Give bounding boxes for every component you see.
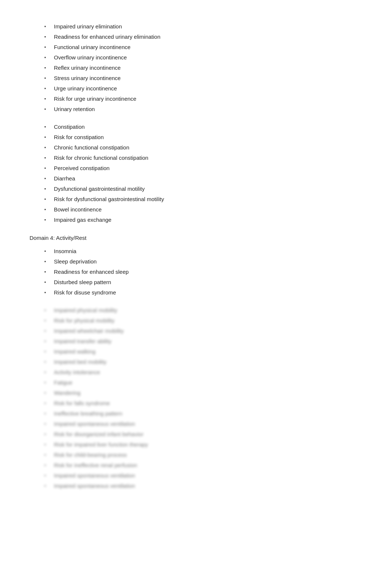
item-text: Risk for dysfunctional gastrointestinal … — [54, 195, 362, 204]
item-text: Impaired transfer ability — [54, 337, 362, 346]
bullet-icon: ▪ — [44, 175, 51, 183]
item-text: Bowel incontinence — [54, 205, 362, 214]
bullet-icon: ▪ — [44, 400, 51, 407]
item-text: Readiness for enhanced sleep — [54, 268, 362, 276]
activity-list-section: ▪Insomnia▪Sleep deprivation▪Readiness fo… — [30, 247, 362, 297]
list-item: ▪Risk for chronic functional constipatio… — [44, 154, 362, 162]
bullet-icon: ▪ — [44, 307, 51, 314]
bowel-list-section: ▪Constipation▪Risk for constipation▪Chro… — [30, 123, 362, 224]
item-text: Diarrhea — [54, 174, 362, 183]
item-text: Risk for ineffective renal perfusion — [54, 461, 362, 470]
list-item: ▪Risk for disorganized infant behavior — [44, 430, 362, 439]
bullet-icon: ▪ — [44, 369, 51, 376]
bullet-icon: ▪ — [44, 54, 51, 62]
domain4-heading: Domain 4: Activity/Rest — [30, 235, 362, 241]
item-text: Impaired walking — [54, 347, 362, 356]
list-item: ▪Impaired bed mobility — [44, 358, 362, 366]
item-text: Sleep deprivation — [54, 257, 362, 266]
activity-items-list: ▪Insomnia▪Sleep deprivation▪Readiness fo… — [30, 247, 362, 297]
item-text: Impaired spontaneous ventilation — [54, 482, 362, 490]
list-item: ▪Impaired spontaneous ventilation — [44, 471, 362, 480]
item-text: Reflex urinary incontinence — [54, 63, 362, 72]
list-item: ▪Perceived constipation — [44, 164, 362, 173]
item-text: Urge urinary incontinence — [54, 84, 362, 93]
bullet-icon: ▪ — [44, 144, 51, 152]
item-text: Urinary retention — [54, 105, 362, 114]
bullet-icon: ▪ — [44, 185, 51, 193]
list-item: ▪Impaired physical mobility — [44, 306, 362, 315]
bullet-icon: ▪ — [44, 206, 51, 214]
item-text: Perceived constipation — [54, 164, 362, 173]
item-text: Ineffective breathing pattern — [54, 409, 362, 418]
item-text: Risk for child-bearing process — [54, 451, 362, 459]
list-item: ▪Risk for child-bearing process — [44, 451, 362, 459]
bullet-icon: ▪ — [44, 431, 51, 438]
item-text: Stress urinary incontinence — [54, 74, 362, 83]
urinary-list-section: ▪Impaired urinary elimination▪Readiness … — [30, 22, 362, 114]
bullet-icon: ▪ — [44, 134, 51, 141]
list-item: ▪Urge urinary incontinence — [44, 84, 362, 93]
bullet-icon: ▪ — [44, 420, 51, 428]
item-text: Constipation — [54, 123, 362, 131]
item-text: Risk for disuse syndrome — [54, 288, 362, 297]
item-text: Insomnia — [54, 247, 362, 256]
list-item: ▪Impaired spontaneous ventilation — [44, 420, 362, 428]
list-item: ▪Impaired gas exchange — [44, 215, 362, 224]
item-text: Chronic functional constipation — [54, 143, 362, 152]
item-text: Impaired wheelchair mobility — [54, 327, 362, 335]
item-text: Impaired physical mobility — [54, 306, 362, 315]
list-item: ▪Impaired spontaneous ventilation — [44, 482, 362, 490]
bullet-icon: ▪ — [44, 75, 51, 82]
urinary-items-list: ▪Impaired urinary elimination▪Readiness … — [30, 22, 362, 114]
bullet-icon: ▪ — [44, 33, 51, 41]
list-item: ▪Insomnia — [44, 247, 362, 256]
bullet-icon: ▪ — [44, 216, 51, 224]
bowel-items-list: ▪Constipation▪Risk for constipation▪Chro… — [30, 123, 362, 224]
list-item: ▪Risk for disuse syndrome — [44, 288, 362, 297]
list-item: ▪Urinary retention — [44, 105, 362, 114]
list-item: ▪Ineffective breathing pattern — [44, 409, 362, 418]
bullet-icon: ▪ — [44, 327, 51, 335]
item-text: Impaired spontaneous ventilation — [54, 471, 362, 480]
item-text: Activity intolerance — [54, 368, 362, 377]
list-item: ▪Risk for ineffective renal perfusion — [44, 461, 362, 470]
bullet-icon: ▪ — [44, 482, 51, 490]
bullet-icon: ▪ — [44, 196, 51, 203]
bullet-icon: ▪ — [44, 23, 51, 31]
bullet-icon: ▪ — [44, 106, 51, 113]
item-text: Risk for chronic functional constipation — [54, 154, 362, 162]
item-text: Risk for impaired liver function therapy — [54, 440, 362, 449]
bullet-icon: ▪ — [44, 348, 51, 356]
list-item: ▪Bowel incontinence — [44, 205, 362, 214]
list-item: ▪Disturbed sleep pattern — [44, 278, 362, 287]
list-item: ▪Sleep deprivation — [44, 257, 362, 266]
item-text: Fatigue — [54, 378, 362, 387]
list-item: ▪Risk for impaired liver function therap… — [44, 440, 362, 449]
bullet-icon: ▪ — [44, 44, 51, 51]
bullet-icon: ▪ — [44, 338, 51, 345]
bullet-icon: ▪ — [44, 123, 51, 131]
item-text: Risk for falls syndrome — [54, 399, 362, 408]
list-item: ▪Impaired urinary elimination — [44, 22, 362, 31]
bullet-icon: ▪ — [44, 289, 51, 297]
item-text: Dysfunctional gastrointestinal motility — [54, 184, 362, 193]
item-text: Impaired bed mobility — [54, 358, 362, 366]
item-text: Impaired urinary elimination — [54, 22, 362, 31]
list-item: ▪Risk for constipation — [44, 133, 362, 142]
bullet-icon: ▪ — [44, 95, 51, 103]
list-item: ▪Impaired wheelchair mobility — [44, 327, 362, 335]
bullet-icon: ▪ — [44, 472, 51, 480]
blurred-content: ▪Impaired physical mobility▪Risk for phy… — [30, 306, 362, 490]
list-item: ▪Risk for physical mobility — [44, 316, 362, 325]
list-item: ▪Overflow urinary incontinence — [44, 53, 362, 62]
list-item: ▪Diarrhea — [44, 174, 362, 183]
list-item: ▪Impaired walking — [44, 347, 362, 356]
list-item: ▪Risk for dysfunctional gastrointestinal… — [44, 195, 362, 204]
bullet-icon: ▪ — [44, 154, 51, 162]
item-text: Risk for disorganized infant behavior — [54, 430, 362, 439]
bullet-icon: ▪ — [44, 279, 51, 286]
bullet-icon: ▪ — [44, 451, 51, 459]
list-item: ▪Functional urinary incontinence — [44, 43, 362, 52]
list-item: ▪Risk for falls syndrome — [44, 399, 362, 408]
bullet-icon: ▪ — [44, 248, 51, 255]
